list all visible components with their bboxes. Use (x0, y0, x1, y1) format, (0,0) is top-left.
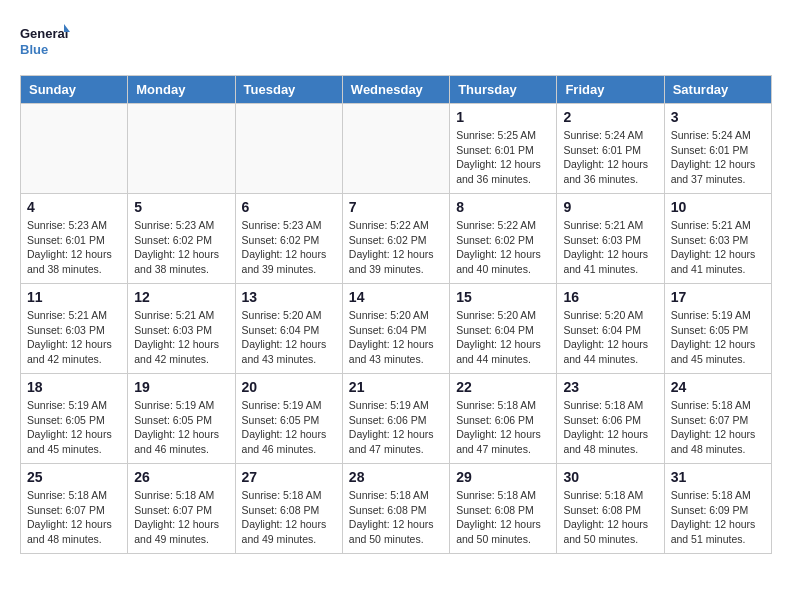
week-row-5: 25Sunrise: 5:18 AM Sunset: 6:07 PM Dayli… (21, 464, 772, 554)
day-number: 19 (134, 379, 228, 395)
day-cell: 3Sunrise: 5:24 AM Sunset: 6:01 PM Daylig… (664, 104, 771, 194)
day-number: 14 (349, 289, 443, 305)
day-number: 25 (27, 469, 121, 485)
day-cell: 20Sunrise: 5:19 AM Sunset: 6:05 PM Dayli… (235, 374, 342, 464)
day-info: Sunrise: 5:22 AM Sunset: 6:02 PM Dayligh… (456, 218, 550, 277)
day-cell: 14Sunrise: 5:20 AM Sunset: 6:04 PM Dayli… (342, 284, 449, 374)
day-cell: 1Sunrise: 5:25 AM Sunset: 6:01 PM Daylig… (450, 104, 557, 194)
svg-text:General: General (20, 26, 68, 41)
day-cell: 12Sunrise: 5:21 AM Sunset: 6:03 PM Dayli… (128, 284, 235, 374)
day-number: 7 (349, 199, 443, 215)
day-info: Sunrise: 5:19 AM Sunset: 6:05 PM Dayligh… (671, 308, 765, 367)
day-number: 17 (671, 289, 765, 305)
day-cell: 23Sunrise: 5:18 AM Sunset: 6:06 PM Dayli… (557, 374, 664, 464)
week-row-2: 4Sunrise: 5:23 AM Sunset: 6:01 PM Daylig… (21, 194, 772, 284)
day-info: Sunrise: 5:20 AM Sunset: 6:04 PM Dayligh… (349, 308, 443, 367)
day-info: Sunrise: 5:18 AM Sunset: 6:06 PM Dayligh… (456, 398, 550, 457)
calendar-table: SundayMondayTuesdayWednesdayThursdayFrid… (20, 75, 772, 554)
day-number: 6 (242, 199, 336, 215)
day-number: 18 (27, 379, 121, 395)
day-number: 16 (563, 289, 657, 305)
day-number: 28 (349, 469, 443, 485)
day-number: 21 (349, 379, 443, 395)
day-info: Sunrise: 5:23 AM Sunset: 6:02 PM Dayligh… (134, 218, 228, 277)
day-cell: 26Sunrise: 5:18 AM Sunset: 6:07 PM Dayli… (128, 464, 235, 554)
day-cell (21, 104, 128, 194)
day-number: 5 (134, 199, 228, 215)
day-info: Sunrise: 5:22 AM Sunset: 6:02 PM Dayligh… (349, 218, 443, 277)
day-cell: 29Sunrise: 5:18 AM Sunset: 6:08 PM Dayli… (450, 464, 557, 554)
day-number: 15 (456, 289, 550, 305)
logo: General Blue (20, 20, 70, 65)
day-cell: 31Sunrise: 5:18 AM Sunset: 6:09 PM Dayli… (664, 464, 771, 554)
day-cell: 7Sunrise: 5:22 AM Sunset: 6:02 PM Daylig… (342, 194, 449, 284)
header-saturday: Saturday (664, 76, 771, 104)
day-info: Sunrise: 5:18 AM Sunset: 6:07 PM Dayligh… (27, 488, 121, 547)
day-cell: 19Sunrise: 5:19 AM Sunset: 6:05 PM Dayli… (128, 374, 235, 464)
day-info: Sunrise: 5:23 AM Sunset: 6:01 PM Dayligh… (27, 218, 121, 277)
day-cell: 15Sunrise: 5:20 AM Sunset: 6:04 PM Dayli… (450, 284, 557, 374)
day-info: Sunrise: 5:18 AM Sunset: 6:08 PM Dayligh… (242, 488, 336, 547)
day-number: 11 (27, 289, 121, 305)
day-cell: 16Sunrise: 5:20 AM Sunset: 6:04 PM Dayli… (557, 284, 664, 374)
day-info: Sunrise: 5:20 AM Sunset: 6:04 PM Dayligh… (242, 308, 336, 367)
day-number: 27 (242, 469, 336, 485)
day-info: Sunrise: 5:23 AM Sunset: 6:02 PM Dayligh… (242, 218, 336, 277)
day-info: Sunrise: 5:20 AM Sunset: 6:04 PM Dayligh… (456, 308, 550, 367)
day-info: Sunrise: 5:21 AM Sunset: 6:03 PM Dayligh… (27, 308, 121, 367)
day-cell: 22Sunrise: 5:18 AM Sunset: 6:06 PM Dayli… (450, 374, 557, 464)
day-info: Sunrise: 5:25 AM Sunset: 6:01 PM Dayligh… (456, 128, 550, 187)
day-cell: 5Sunrise: 5:23 AM Sunset: 6:02 PM Daylig… (128, 194, 235, 284)
week-row-3: 11Sunrise: 5:21 AM Sunset: 6:03 PM Dayli… (21, 284, 772, 374)
day-cell: 6Sunrise: 5:23 AM Sunset: 6:02 PM Daylig… (235, 194, 342, 284)
day-cell (342, 104, 449, 194)
day-info: Sunrise: 5:18 AM Sunset: 6:08 PM Dayligh… (456, 488, 550, 547)
day-info: Sunrise: 5:19 AM Sunset: 6:06 PM Dayligh… (349, 398, 443, 457)
header-monday: Monday (128, 76, 235, 104)
day-cell: 17Sunrise: 5:19 AM Sunset: 6:05 PM Dayli… (664, 284, 771, 374)
day-info: Sunrise: 5:24 AM Sunset: 6:01 PM Dayligh… (563, 128, 657, 187)
logo-svg: General Blue (20, 20, 70, 65)
day-number: 1 (456, 109, 550, 125)
header-friday: Friday (557, 76, 664, 104)
day-cell: 25Sunrise: 5:18 AM Sunset: 6:07 PM Dayli… (21, 464, 128, 554)
page-header: General Blue (20, 20, 772, 65)
day-number: 29 (456, 469, 550, 485)
day-number: 12 (134, 289, 228, 305)
day-cell: 11Sunrise: 5:21 AM Sunset: 6:03 PM Dayli… (21, 284, 128, 374)
day-info: Sunrise: 5:18 AM Sunset: 6:08 PM Dayligh… (563, 488, 657, 547)
header-thursday: Thursday (450, 76, 557, 104)
day-cell: 8Sunrise: 5:22 AM Sunset: 6:02 PM Daylig… (450, 194, 557, 284)
week-row-1: 1Sunrise: 5:25 AM Sunset: 6:01 PM Daylig… (21, 104, 772, 194)
day-cell: 27Sunrise: 5:18 AM Sunset: 6:08 PM Dayli… (235, 464, 342, 554)
day-number: 23 (563, 379, 657, 395)
day-info: Sunrise: 5:24 AM Sunset: 6:01 PM Dayligh… (671, 128, 765, 187)
calendar-header-row: SundayMondayTuesdayWednesdayThursdayFrid… (21, 76, 772, 104)
header-wednesday: Wednesday (342, 76, 449, 104)
day-info: Sunrise: 5:18 AM Sunset: 6:07 PM Dayligh… (134, 488, 228, 547)
day-info: Sunrise: 5:18 AM Sunset: 6:08 PM Dayligh… (349, 488, 443, 547)
day-info: Sunrise: 5:21 AM Sunset: 6:03 PM Dayligh… (134, 308, 228, 367)
day-cell: 24Sunrise: 5:18 AM Sunset: 6:07 PM Dayli… (664, 374, 771, 464)
day-info: Sunrise: 5:19 AM Sunset: 6:05 PM Dayligh… (27, 398, 121, 457)
week-row-4: 18Sunrise: 5:19 AM Sunset: 6:05 PM Dayli… (21, 374, 772, 464)
day-info: Sunrise: 5:21 AM Sunset: 6:03 PM Dayligh… (563, 218, 657, 277)
day-number: 3 (671, 109, 765, 125)
day-number: 9 (563, 199, 657, 215)
day-number: 13 (242, 289, 336, 305)
day-cell: 21Sunrise: 5:19 AM Sunset: 6:06 PM Dayli… (342, 374, 449, 464)
day-number: 24 (671, 379, 765, 395)
day-info: Sunrise: 5:21 AM Sunset: 6:03 PM Dayligh… (671, 218, 765, 277)
day-cell (235, 104, 342, 194)
day-info: Sunrise: 5:18 AM Sunset: 6:06 PM Dayligh… (563, 398, 657, 457)
day-cell: 18Sunrise: 5:19 AM Sunset: 6:05 PM Dayli… (21, 374, 128, 464)
day-info: Sunrise: 5:19 AM Sunset: 6:05 PM Dayligh… (134, 398, 228, 457)
day-cell: 30Sunrise: 5:18 AM Sunset: 6:08 PM Dayli… (557, 464, 664, 554)
day-number: 10 (671, 199, 765, 215)
day-cell: 10Sunrise: 5:21 AM Sunset: 6:03 PM Dayli… (664, 194, 771, 284)
svg-text:Blue: Blue (20, 42, 48, 57)
header-tuesday: Tuesday (235, 76, 342, 104)
day-cell: 28Sunrise: 5:18 AM Sunset: 6:08 PM Dayli… (342, 464, 449, 554)
day-cell: 4Sunrise: 5:23 AM Sunset: 6:01 PM Daylig… (21, 194, 128, 284)
day-number: 20 (242, 379, 336, 395)
